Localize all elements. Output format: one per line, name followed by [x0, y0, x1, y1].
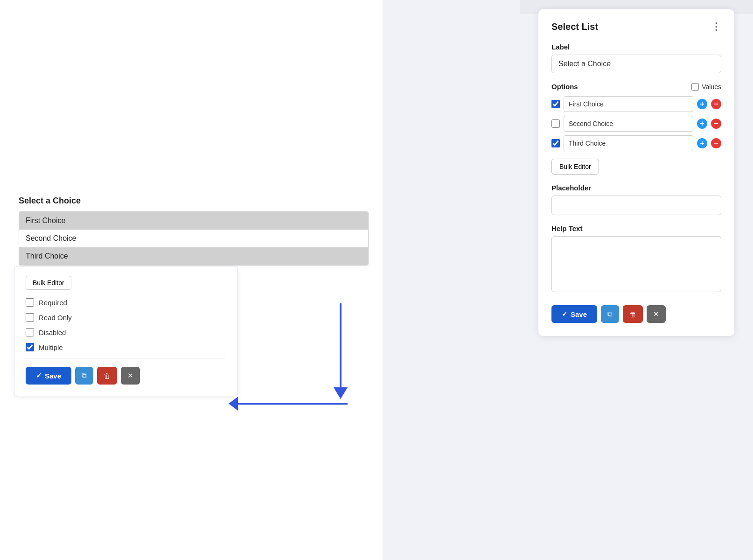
panel-action-buttons: ✓ Save ⧉ 🗑 ✕: [551, 305, 721, 323]
right-properties-panel: Select List ⋮ Label Options Values + − +…: [538, 9, 734, 336]
divider: [26, 358, 226, 358]
option-2-remove-button[interactable]: −: [711, 119, 721, 129]
copy-icon: ⧉: [607, 310, 613, 318]
readonly-checkbox[interactable]: [26, 313, 34, 322]
option-3-remove-button[interactable]: −: [711, 138, 721, 148]
label-field-title: Label: [551, 43, 721, 51]
trash-icon: 🗑: [629, 310, 636, 318]
option-1-checkbox[interactable]: [551, 100, 560, 108]
required-checkbox[interactable]: [26, 298, 34, 307]
readonly-row: Read Only: [26, 313, 226, 322]
check-icon: ✓: [36, 371, 42, 380]
inline-copy-button[interactable]: ⧉: [75, 367, 93, 385]
multiple-row: Multiple: [26, 343, 226, 351]
label-input[interactable]: [551, 55, 721, 73]
inline-close-button[interactable]: ✕: [121, 367, 140, 385]
multiple-label[interactable]: Multiple: [39, 343, 63, 351]
placeholder-input[interactable]: [551, 196, 721, 215]
disabled-checkbox[interactable]: [26, 328, 34, 336]
option-1-input[interactable]: [564, 96, 693, 112]
select-list-preview[interactable]: First Choice Second Choice Third Choice: [19, 211, 369, 266]
values-label[interactable]: Values: [691, 83, 721, 91]
placeholder-field-title: Placeholder: [551, 184, 721, 192]
disabled-label[interactable]: Disabled: [39, 329, 66, 336]
select-option-3[interactable]: Third Choice: [19, 247, 368, 265]
option-2-checkbox[interactable]: [551, 119, 560, 128]
form-field-label: Select a Choice: [19, 196, 364, 206]
option-3-checkbox[interactable]: [551, 139, 560, 147]
option-2-input[interactable]: [564, 116, 693, 132]
copy-icon: ⧉: [82, 371, 87, 379]
option-row-1: + −: [551, 96, 721, 112]
bulk-editor-button[interactable]: Bulk Editor: [551, 159, 599, 175]
required-label[interactable]: Required: [39, 299, 67, 307]
readonly-label[interactable]: Read Only: [39, 314, 72, 322]
select-option-2[interactable]: Second Choice: [19, 230, 368, 247]
help-text-title: Help Text: [551, 224, 721, 232]
option-1-remove-button[interactable]: −: [711, 99, 721, 109]
left-panel: Select a Choice First Choice Second Choi…: [0, 0, 383, 560]
delete-button[interactable]: 🗑: [623, 305, 643, 323]
multiple-checkbox[interactable]: [26, 343, 34, 351]
required-row: Required: [26, 298, 226, 307]
inline-delete-button[interactable]: 🗑: [97, 367, 117, 385]
inline-save-button[interactable]: ✓ Save: [26, 367, 71, 385]
options-title: Options: [551, 83, 578, 91]
option-row-3: + −: [551, 135, 721, 151]
select-option-1[interactable]: First Choice: [19, 212, 368, 230]
panel-title: Select List: [551, 21, 598, 32]
close-icon: ✕: [127, 371, 133, 379]
inline-action-buttons: ✓ Save ⧉ 🗑 ✕: [26, 367, 226, 385]
save-label: Save: [45, 372, 61, 380]
trash-icon: 🗑: [104, 372, 111, 380]
panel-header: Select List ⋮: [551, 21, 721, 33]
save-btn-label: Save: [571, 310, 587, 318]
options-header: Options Values: [551, 83, 721, 91]
close-icon: ✕: [653, 310, 659, 318]
svg-marker-3: [229, 397, 238, 411]
panel-menu-icon[interactable]: ⋮: [711, 21, 721, 33]
close-button[interactable]: ✕: [647, 305, 666, 323]
option-3-input[interactable]: [564, 135, 693, 151]
values-text: Values: [702, 83, 721, 91]
option-1-add-button[interactable]: +: [697, 99, 707, 109]
save-check-icon: ✓: [562, 310, 568, 318]
inline-editor-panel: Bulk Editor Required Read Only Disabled …: [14, 266, 238, 396]
svg-marker-1: [334, 387, 348, 399]
values-checkbox[interactable]: [691, 83, 699, 91]
copy-button[interactable]: ⧉: [601, 305, 619, 323]
disabled-row: Disabled: [26, 328, 226, 336]
save-button[interactable]: ✓ Save: [551, 305, 597, 323]
arrow-annotation: [229, 299, 359, 420]
option-3-add-button[interactable]: +: [697, 138, 707, 148]
option-2-add-button[interactable]: +: [697, 119, 707, 129]
option-row-2: + −: [551, 116, 721, 132]
bulk-editor-button-inline[interactable]: Bulk Editor: [26, 276, 71, 290]
help-text-area[interactable]: [551, 236, 721, 292]
